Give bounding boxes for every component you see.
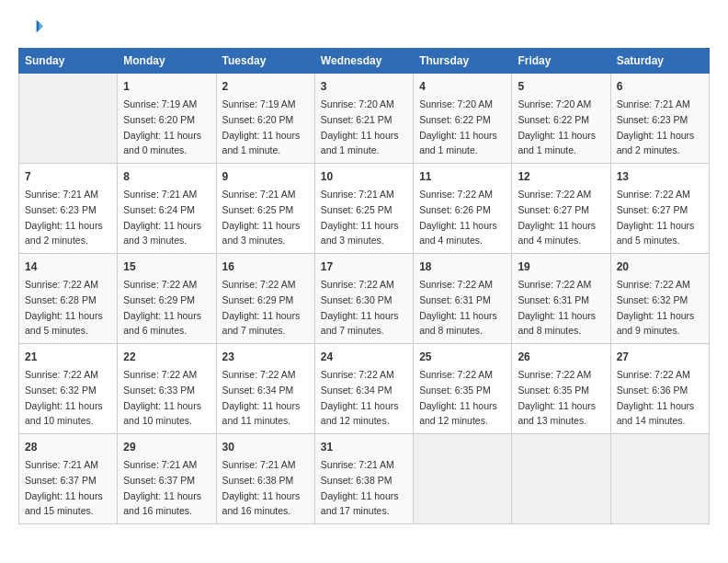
daylight-text: Daylight: 11 hours and 16 minutes.	[222, 490, 301, 517]
page-header	[18, 15, 710, 40]
calendar-cell: 9 Sunrise: 7:21 AM Sunset: 6:25 PM Dayli…	[216, 164, 314, 254]
daylight-text: Daylight: 11 hours and 1 minute.	[222, 130, 301, 156]
day-number: 16	[222, 259, 309, 275]
sunrise-text: Sunrise: 7:22 AM	[25, 279, 98, 290]
daylight-text: Daylight: 11 hours and 0 minutes.	[123, 130, 201, 156]
daylight-text: Daylight: 11 hours and 3 minutes.	[321, 220, 399, 247]
daylight-text: Daylight: 11 hours and 2 minutes.	[25, 220, 103, 247]
sunrise-text: Sunrise: 7:22 AM	[419, 189, 493, 200]
sunrise-text: Sunrise: 7:22 AM	[321, 279, 394, 290]
calendar-table: SundayMondayTuesdayWednesdayThursdayFrid…	[18, 48, 710, 524]
logo-icon	[18, 15, 44, 40]
col-header-monday: Monday	[118, 49, 216, 74]
sunset-text: Sunset: 6:31 PM	[419, 294, 491, 305]
calendar-cell: 19 Sunrise: 7:22 AM Sunset: 6:31 PM Dayl…	[512, 254, 610, 344]
day-number: 23	[222, 349, 309, 365]
calendar-cell: 8 Sunrise: 7:21 AM Sunset: 6:24 PM Dayli…	[118, 164, 216, 254]
calendar-cell: 28 Sunrise: 7:21 AM Sunset: 6:37 PM Dayl…	[19, 434, 118, 524]
daylight-text: Daylight: 11 hours and 9 minutes.	[617, 310, 695, 337]
daylight-text: Daylight: 11 hours and 12 minutes.	[419, 400, 497, 427]
calendar-cell	[414, 434, 512, 524]
sunrise-text: Sunrise: 7:22 AM	[25, 369, 98, 380]
calendar-cell: 1 Sunrise: 7:19 AM Sunset: 6:20 PM Dayli…	[118, 74, 216, 164]
daylight-text: Daylight: 11 hours and 15 minutes.	[25, 490, 103, 517]
day-number: 26	[518, 349, 604, 365]
sunrise-text: Sunrise: 7:22 AM	[123, 369, 197, 380]
sunset-text: Sunset: 6:29 PM	[222, 294, 294, 305]
calendar-cell: 14 Sunrise: 7:22 AM Sunset: 6:28 PM Dayl…	[19, 254, 118, 344]
sunrise-text: Sunrise: 7:22 AM	[617, 279, 690, 290]
sunrise-text: Sunrise: 7:20 AM	[419, 98, 493, 109]
sunrise-text: Sunrise: 7:21 AM	[222, 459, 296, 470]
daylight-text: Daylight: 11 hours and 4 minutes.	[419, 220, 497, 247]
week-row-5: 28 Sunrise: 7:21 AM Sunset: 6:37 PM Dayl…	[19, 434, 710, 524]
daylight-text: Daylight: 11 hours and 7 minutes.	[321, 310, 399, 337]
sunset-text: Sunset: 6:35 PM	[419, 385, 491, 396]
calendar-cell: 24 Sunrise: 7:22 AM Sunset: 6:34 PM Dayl…	[314, 344, 413, 434]
week-row-4: 21 Sunrise: 7:22 AM Sunset: 6:32 PM Dayl…	[19, 344, 710, 434]
day-number: 6	[617, 78, 703, 95]
day-number: 25	[419, 349, 506, 365]
daylight-text: Daylight: 11 hours and 5 minutes.	[25, 310, 103, 337]
sunrise-text: Sunrise: 7:21 AM	[222, 189, 296, 200]
daylight-text: Daylight: 11 hours and 17 minutes.	[321, 490, 399, 517]
col-header-tuesday: Tuesday	[216, 49, 314, 74]
sunset-text: Sunset: 6:32 PM	[25, 385, 97, 396]
sunrise-text: Sunrise: 7:22 AM	[419, 279, 493, 290]
calendar-cell: 21 Sunrise: 7:22 AM Sunset: 6:32 PM Dayl…	[19, 344, 118, 434]
sunset-text: Sunset: 6:21 PM	[321, 114, 392, 125]
week-row-1: 1 Sunrise: 7:19 AM Sunset: 6:20 PM Dayli…	[19, 74, 710, 164]
calendar-cell	[512, 434, 610, 524]
sunset-text: Sunset: 6:38 PM	[222, 475, 294, 486]
sunrise-text: Sunrise: 7:22 AM	[222, 369, 296, 380]
sunset-text: Sunset: 6:25 PM	[321, 204, 392, 215]
calendar-cell: 6 Sunrise: 7:21 AM Sunset: 6:23 PM Dayli…	[610, 74, 709, 164]
calendar-cell: 29 Sunrise: 7:21 AM Sunset: 6:37 PM Dayl…	[118, 434, 216, 524]
sunset-text: Sunset: 6:28 PM	[25, 294, 97, 305]
sunrise-text: Sunrise: 7:21 AM	[25, 189, 98, 200]
sunrise-text: Sunrise: 7:19 AM	[123, 98, 197, 109]
col-header-saturday: Saturday	[610, 49, 709, 74]
calendar-cell: 16 Sunrise: 7:22 AM Sunset: 6:29 PM Dayl…	[216, 254, 314, 344]
day-number: 17	[321, 259, 407, 275]
daylight-text: Daylight: 11 hours and 1 minute.	[419, 130, 497, 156]
svg-marker-1	[39, 22, 42, 29]
sunset-text: Sunset: 6:23 PM	[617, 114, 688, 125]
calendar-cell: 4 Sunrise: 7:20 AM Sunset: 6:22 PM Dayli…	[414, 74, 512, 164]
sunrise-text: Sunrise: 7:21 AM	[123, 189, 197, 200]
day-number: 31	[321, 439, 407, 455]
sunrise-text: Sunrise: 7:21 AM	[321, 459, 394, 470]
sunrise-text: Sunrise: 7:21 AM	[25, 459, 98, 470]
daylight-text: Daylight: 11 hours and 8 minutes.	[518, 310, 596, 337]
sunrise-text: Sunrise: 7:22 AM	[518, 369, 591, 380]
sunrise-text: Sunrise: 7:22 AM	[321, 369, 394, 380]
calendar-cell: 18 Sunrise: 7:22 AM Sunset: 6:31 PM Dayl…	[414, 254, 512, 344]
sunrise-text: Sunrise: 7:22 AM	[518, 189, 591, 200]
day-number: 13	[617, 168, 703, 185]
daylight-text: Daylight: 11 hours and 10 minutes.	[123, 400, 201, 427]
day-number: 11	[419, 168, 506, 185]
calendar-cell: 5 Sunrise: 7:20 AM Sunset: 6:22 PM Dayli…	[512, 74, 610, 164]
day-number: 18	[419, 259, 506, 275]
sunset-text: Sunset: 6:37 PM	[123, 475, 195, 486]
day-number: 20	[617, 259, 703, 275]
sunset-text: Sunset: 6:29 PM	[123, 294, 195, 305]
calendar-cell: 30 Sunrise: 7:21 AM Sunset: 6:38 PM Dayl…	[216, 434, 314, 524]
sunrise-text: Sunrise: 7:22 AM	[222, 279, 296, 290]
day-number: 2	[222, 78, 309, 95]
col-header-sunday: Sunday	[19, 49, 118, 74]
calendar-cell: 15 Sunrise: 7:22 AM Sunset: 6:29 PM Dayl…	[118, 254, 216, 344]
daylight-text: Daylight: 11 hours and 14 minutes.	[617, 400, 695, 427]
day-number: 9	[222, 168, 309, 185]
sunrise-text: Sunrise: 7:21 AM	[321, 189, 394, 200]
day-number: 21	[25, 349, 111, 365]
daylight-text: Daylight: 11 hours and 10 minutes.	[25, 400, 103, 427]
calendar-cell: 20 Sunrise: 7:22 AM Sunset: 6:32 PM Dayl…	[610, 254, 709, 344]
calendar-cell: 26 Sunrise: 7:22 AM Sunset: 6:35 PM Dayl…	[512, 344, 610, 434]
sunset-text: Sunset: 6:22 PM	[419, 114, 491, 125]
day-number: 12	[518, 168, 604, 185]
sunset-text: Sunset: 6:27 PM	[518, 204, 589, 215]
sunrise-text: Sunrise: 7:20 AM	[321, 98, 394, 109]
col-header-thursday: Thursday	[414, 49, 512, 74]
day-number: 5	[518, 78, 604, 95]
